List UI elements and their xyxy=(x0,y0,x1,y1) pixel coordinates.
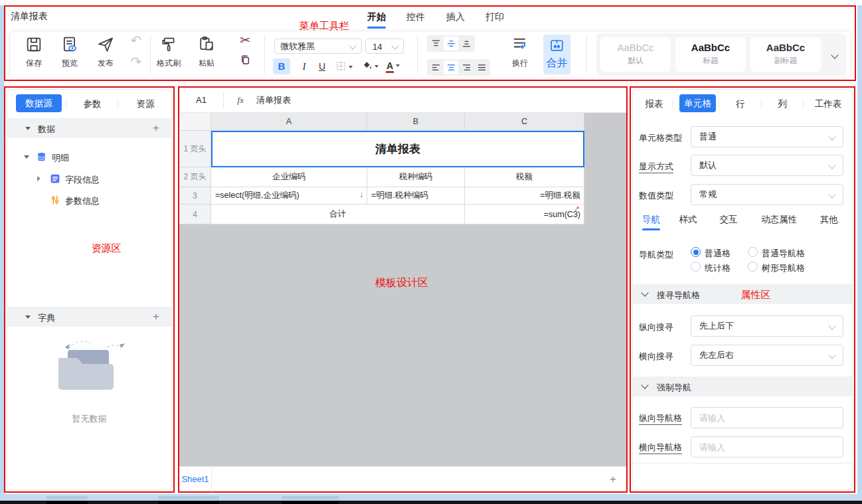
align-bottom-button[interactable] xyxy=(459,37,474,50)
redo-button[interactable]: ↷ xyxy=(128,54,145,70)
undo-button[interactable]: ↶ xyxy=(128,33,145,48)
cell-a2[interactable]: 企业编码 xyxy=(211,167,367,187)
tab-start[interactable]: 开始 xyxy=(367,11,386,23)
cell-reference[interactable]: A1 xyxy=(179,88,223,113)
annotation-resource-area: 资源区 xyxy=(78,242,134,255)
paste-button[interactable]: 粘贴 xyxy=(189,35,224,69)
cell-b2[interactable]: 税种编码 xyxy=(367,167,465,187)
italic-button[interactable]: I xyxy=(298,58,311,74)
expand-arrow-icon[interactable] xyxy=(37,176,41,181)
align-top-button[interactable] xyxy=(428,37,443,50)
sheet-tab[interactable]: Sheet1 xyxy=(179,467,212,492)
tab-report[interactable]: 报表 xyxy=(638,98,671,110)
tab-resources[interactable]: 资源 xyxy=(129,98,162,110)
tab-insert[interactable]: 插入 xyxy=(446,11,465,23)
cell-c4[interactable]: =sum(C3) ↗ xyxy=(465,205,584,224)
style-preset-default[interactable]: AaBbCc 默认 xyxy=(600,37,671,72)
align-justify-button[interactable] xyxy=(474,60,489,74)
font-family-select[interactable]: 微软雅黑 xyxy=(274,39,362,54)
tab-worksheet[interactable]: 工作表 xyxy=(809,98,847,110)
add-dict-button[interactable]: + xyxy=(153,310,159,323)
tab-column[interactable]: 列 xyxy=(766,98,799,110)
subtab-dynamic[interactable]: 动态属性 xyxy=(760,214,798,226)
tab-params[interactable]: 参数 xyxy=(76,98,109,110)
chevron-down-icon xyxy=(828,322,835,329)
cell-type-select[interactable]: 普通 xyxy=(691,126,843,147)
cell-b3[interactable]: =明细.税种编码 xyxy=(367,187,465,205)
tab-cell[interactable]: 单元格 xyxy=(679,94,716,112)
fill-color-icon xyxy=(362,60,373,71)
cell-c3[interactable]: =明细.税额 xyxy=(465,187,584,205)
dict-group-header[interactable]: 字典 + xyxy=(7,307,171,327)
force-nav-section-header[interactable]: 强制导航 xyxy=(633,377,852,396)
cell-a4-merged[interactable]: 合计 xyxy=(211,205,465,224)
cell-c2[interactable]: 税额 xyxy=(465,167,584,187)
cell-a1-merged-selected[interactable]: 清单报表 xyxy=(211,131,584,167)
align-left-button[interactable] xyxy=(428,60,443,74)
font-color-button[interactable]: A xyxy=(386,58,406,74)
radio-normal-nav-cell[interactable] xyxy=(748,247,758,257)
collapse-arrow-icon[interactable] xyxy=(24,155,29,159)
col-header-a[interactable]: A xyxy=(211,113,367,131)
tab-print[interactable]: 打印 xyxy=(485,11,504,23)
font-size-select[interactable]: 14 xyxy=(365,39,404,54)
subtab-style[interactable]: 样式 xyxy=(679,214,697,226)
display-mode-select[interactable]: 默认 xyxy=(691,155,843,176)
add-datasource-button[interactable]: + xyxy=(153,122,159,135)
v-nav-cell-input[interactable] xyxy=(691,407,843,428)
subtab-interaction[interactable]: 交互 xyxy=(719,214,738,226)
row-header-3[interactable]: 3 xyxy=(179,187,211,205)
borders-button[interactable] xyxy=(335,60,353,72)
save-button[interactable]: 保存 xyxy=(17,35,51,69)
row-header-2[interactable]: 2 页头 xyxy=(179,167,211,187)
chevron-down-icon xyxy=(828,351,835,359)
radio-normal-cell[interactable] xyxy=(691,247,701,257)
tree-item-params[interactable]: 参数信息 xyxy=(5,192,173,208)
cut-button[interactable]: ✂ xyxy=(237,33,253,48)
row-header-4[interactable]: 4 xyxy=(179,205,211,224)
merge-icon xyxy=(549,37,565,54)
format-painter-button[interactable]: 格式刷 xyxy=(151,35,186,69)
copy-button[interactable] xyxy=(239,54,252,67)
add-sheet-button[interactable]: + xyxy=(610,473,616,486)
grid-corner[interactable] xyxy=(179,113,211,131)
merge-button[interactable]: 合并 xyxy=(543,35,570,74)
gallery-expand-button[interactable] xyxy=(832,48,837,60)
tab-controls[interactable]: 控件 xyxy=(406,11,425,23)
subtab-nav[interactable]: 导航 xyxy=(642,214,660,226)
data-group-header[interactable]: 数据 + xyxy=(7,118,171,138)
formula-input[interactable]: 清单报表 xyxy=(256,88,291,113)
radio-stat-cell[interactable] xyxy=(691,262,701,272)
value-type-select[interactable]: 常规 xyxy=(691,184,843,205)
style-preset-subtitle[interactable]: AaBbCc 副标题 xyxy=(750,37,821,72)
tree-item-dataset[interactable]: 明细 xyxy=(5,149,173,165)
collapse-arrow-icon[interactable] xyxy=(25,127,31,130)
radio-tree-nav-cell[interactable] xyxy=(748,262,758,272)
fill-color-button[interactable] xyxy=(362,60,379,72)
align-middle-button[interactable] xyxy=(444,37,458,50)
tree-item-fields[interactable]: 字段信息 xyxy=(5,171,173,187)
subtab-other[interactable]: 其他 xyxy=(819,214,838,226)
h-search-select[interactable]: 先左后右 xyxy=(691,345,843,366)
tab-row[interactable]: 行 xyxy=(724,98,757,110)
bold-button[interactable]: B xyxy=(273,58,290,74)
preview-button[interactable]: 预览 xyxy=(52,35,87,69)
v-search-select[interactable]: 先上后下 xyxy=(691,315,843,337)
style-preset-title[interactable]: AaBbCc 标题 xyxy=(675,37,746,72)
publish-button[interactable]: 发布 xyxy=(88,35,123,69)
align-center-button[interactable] xyxy=(444,60,458,74)
col-header-b[interactable]: B xyxy=(367,113,465,131)
horizontal-align-group xyxy=(427,59,490,76)
cell-a3[interactable]: =select(明细,企业编码) ↓ xyxy=(211,187,367,205)
empty-folder-illustration xyxy=(48,337,130,402)
tab-datasource[interactable]: 数据源 xyxy=(16,94,62,112)
align-right-button[interactable] xyxy=(459,60,474,74)
wrap-button[interactable]: 换行 xyxy=(503,35,537,69)
h-nav-cell-input[interactable] xyxy=(691,436,843,458)
row-header-1[interactable]: 1 页头 xyxy=(179,131,211,167)
left-panel-region: 数据源 参数 资源 数据 + 明细 字段信息 参数信息 资源区 字典 + 暂无数… xyxy=(4,86,175,493)
v-search-label: 纵向搜寻 xyxy=(639,321,673,333)
underline-button[interactable]: U xyxy=(315,58,329,74)
col-header-c[interactable]: C xyxy=(465,113,584,131)
collapse-arrow-icon[interactable] xyxy=(25,315,31,319)
